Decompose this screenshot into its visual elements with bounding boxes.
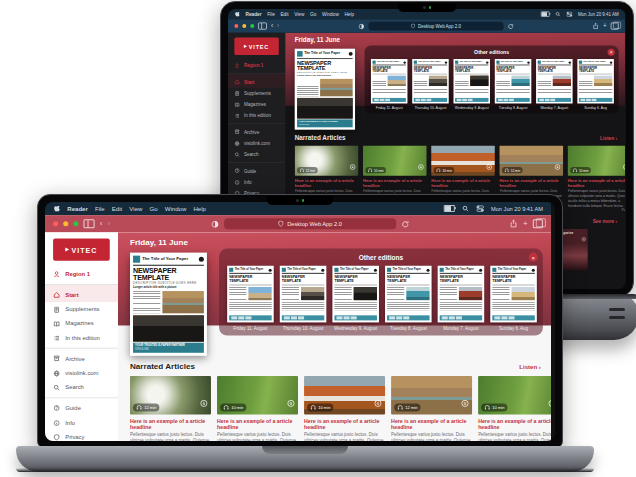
menu-item[interactable]: Help xyxy=(344,12,354,17)
sidebar-item-archive[interactable]: Archive xyxy=(45,348,118,366)
close-window-button[interactable] xyxy=(53,221,58,226)
sidebar-item-in-this-edition[interactable]: In this edition xyxy=(228,110,285,121)
sidebar-toggle-icon[interactable] xyxy=(258,22,267,29)
edition-thumbnail[interactable]: The Title of Your Paper NEWSPAPER TEMPLA… xyxy=(371,59,408,110)
new-tab-icon[interactable]: + xyxy=(603,23,607,29)
share-icon[interactable] xyxy=(593,22,599,29)
vitec-logo[interactable]: VITEC xyxy=(234,38,278,55)
menu-item[interactable]: Window xyxy=(322,12,339,17)
spotlight-search-icon[interactable] xyxy=(462,205,469,212)
sidebar-item-search[interactable]: Search xyxy=(45,380,118,394)
reload-icon[interactable] xyxy=(507,23,513,29)
menu-item[interactable]: Edit xyxy=(280,12,288,17)
menu-item[interactable]: View xyxy=(294,12,304,17)
minimize-window-button[interactable] xyxy=(63,221,68,226)
sidebar-item-visiolink[interactable]: visiolink.com xyxy=(45,366,118,380)
zoom-window-button[interactable] xyxy=(73,221,78,226)
front-page-cover[interactable]: The Title of Your Paper NEWSPAPER TEMPLA… xyxy=(295,49,355,130)
edition-thumbnail[interactable]: The Title of Your Paper NEWSPAPER TEMPLA… xyxy=(536,59,573,110)
control-center-icon[interactable] xyxy=(476,205,484,212)
menu-item[interactable]: Window xyxy=(165,206,187,212)
control-center-icon[interactable] xyxy=(566,11,572,17)
edition-thumbnail[interactable]: The Title of Your Paper NEWSPAPER TEMPLA… xyxy=(332,266,379,331)
sidebar-item-region[interactable]: Region 1 xyxy=(45,267,118,281)
sidebar-item-start[interactable]: Start xyxy=(228,73,285,87)
menu-item[interactable]: Go xyxy=(150,206,158,212)
menu-item[interactable]: File xyxy=(95,206,105,212)
menu-item[interactable]: File xyxy=(267,12,275,17)
sidebar-toggle-icon[interactable] xyxy=(83,219,94,228)
menu-app-name[interactable]: Reader xyxy=(245,12,261,17)
edition-thumbnail[interactable]: The Title of Your Paper NEWSPAPER TEMPLA… xyxy=(453,59,490,110)
menu-item[interactable]: View xyxy=(129,206,142,212)
download-icon[interactable] xyxy=(548,393,551,411)
sidebar-item-magazines[interactable]: Magazines xyxy=(45,316,118,330)
sidebar-item-info[interactable]: Info xyxy=(45,416,118,430)
narrated-article-card[interactable]: 12 min Here is an example of a article h… xyxy=(130,376,211,441)
edition-thumbnail[interactable]: The Title of Your Paper NEWSPAPER TEMPLA… xyxy=(495,59,532,110)
narrated-article-card[interactable]: 10 min Here is an example of a article h… xyxy=(217,376,298,441)
address-bar[interactable]: Desktop Web App 2.0 xyxy=(368,22,503,31)
tab-overview-icon[interactable] xyxy=(611,22,619,29)
menu-app-name[interactable]: Reader xyxy=(67,206,88,212)
reader-view-icon[interactable] xyxy=(358,23,364,29)
listen-link[interactable]: Listen › xyxy=(600,136,617,141)
sidebar-item-visiolink[interactable]: visiolink.com xyxy=(228,138,285,149)
sidebar-item-guide[interactable]: Guide xyxy=(228,162,285,176)
menu-item[interactable]: Edit xyxy=(112,206,122,212)
close-panel-button[interactable]: × xyxy=(529,253,538,262)
spotlight-search-icon[interactable] xyxy=(555,11,561,17)
narrated-article-card[interactable]: 12 min Here is an example of a article h… xyxy=(391,376,472,441)
edition-thumbnail[interactable]: The Title of Your Paper NEWSPAPER TEMPLA… xyxy=(577,59,614,110)
narrated-article-card[interactable]: 10 min Here is an example of a article h… xyxy=(478,376,551,441)
reader-view-icon[interactable] xyxy=(211,220,219,228)
download-icon[interactable] xyxy=(349,159,355,173)
download-icon[interactable] xyxy=(623,159,625,173)
listen-link[interactable]: Listen › xyxy=(519,364,541,370)
minimize-window-button[interactable] xyxy=(242,24,246,28)
new-tab-icon[interactable]: + xyxy=(523,220,528,228)
menu-item[interactable]: Go xyxy=(310,12,316,17)
back-button[interactable]: ‹ xyxy=(100,220,103,228)
menu-item[interactable]: Help xyxy=(193,206,205,212)
front-page-cover[interactable]: The Title of Your Paper NEWSPAPER TEMPLA… xyxy=(130,253,207,356)
download-icon[interactable] xyxy=(486,159,492,173)
close-window-button[interactable] xyxy=(234,24,238,28)
apple-logo-icon[interactable] xyxy=(53,205,60,213)
sidebar-item-supplements[interactable]: Supplements xyxy=(45,302,118,316)
reload-icon[interactable] xyxy=(401,220,409,228)
see-more-link[interactable]: See more › xyxy=(593,220,617,225)
sidebar-item-in-this-edition[interactable]: In this edition xyxy=(45,331,118,345)
sidebar-item-start[interactable]: Start xyxy=(45,284,118,302)
address-bar[interactable]: Desktop Web App 2.0 xyxy=(224,218,396,229)
share-icon[interactable] xyxy=(510,219,518,228)
edition-thumbnail[interactable]: The Title of Your Paper NEWSPAPER TEMPLA… xyxy=(438,266,485,331)
sidebar-item-guide[interactable]: Guide xyxy=(45,397,118,415)
sidebar-item-region[interactable]: Region 1 xyxy=(228,60,285,71)
vitec-logo[interactable]: VITEC xyxy=(53,238,110,260)
edition-thumbnail[interactable]: The Title of Your Paper NEWSPAPER TEMPLA… xyxy=(412,59,449,110)
forward-button[interactable]: › xyxy=(277,23,279,29)
edition-thumbnail[interactable]: The Title of Your Paper NEWSPAPER TEMPLA… xyxy=(227,266,274,331)
download-icon[interactable] xyxy=(418,159,424,173)
close-panel-button[interactable]: × xyxy=(608,49,615,56)
tab-overview-icon[interactable] xyxy=(533,219,543,228)
download-icon[interactable] xyxy=(287,393,295,411)
edition-thumbnail[interactable]: The Title of Your Paper NEWSPAPER TEMPLA… xyxy=(385,266,432,331)
download-icon[interactable] xyxy=(200,393,208,411)
sidebar-item-info[interactable]: Info xyxy=(228,177,285,188)
edition-thumbnail[interactable]: The Title of Your Paper NEWSPAPER TEMPLA… xyxy=(490,266,537,331)
sidebar-item-magazines[interactable]: Magazines xyxy=(228,99,285,110)
sidebar-item-privacy[interactable]: Privacy xyxy=(45,430,118,441)
sidebar-item-archive[interactable]: Archive xyxy=(228,123,285,137)
forward-button[interactable]: › xyxy=(107,220,110,228)
narrated-article-card[interactable]: 10 min Here is an example of a article h… xyxy=(304,376,385,441)
back-button[interactable]: ‹ xyxy=(271,23,273,29)
apple-logo-icon[interactable] xyxy=(234,11,240,17)
zoom-window-button[interactable] xyxy=(250,24,254,28)
sidebar-item-search[interactable]: Search xyxy=(228,149,285,160)
download-icon[interactable] xyxy=(554,159,560,173)
download-icon[interactable] xyxy=(461,393,469,411)
edition-thumbnail[interactable]: The Title of Your Paper NEWSPAPER TEMPLA… xyxy=(280,266,327,331)
download-icon[interactable] xyxy=(374,393,382,411)
